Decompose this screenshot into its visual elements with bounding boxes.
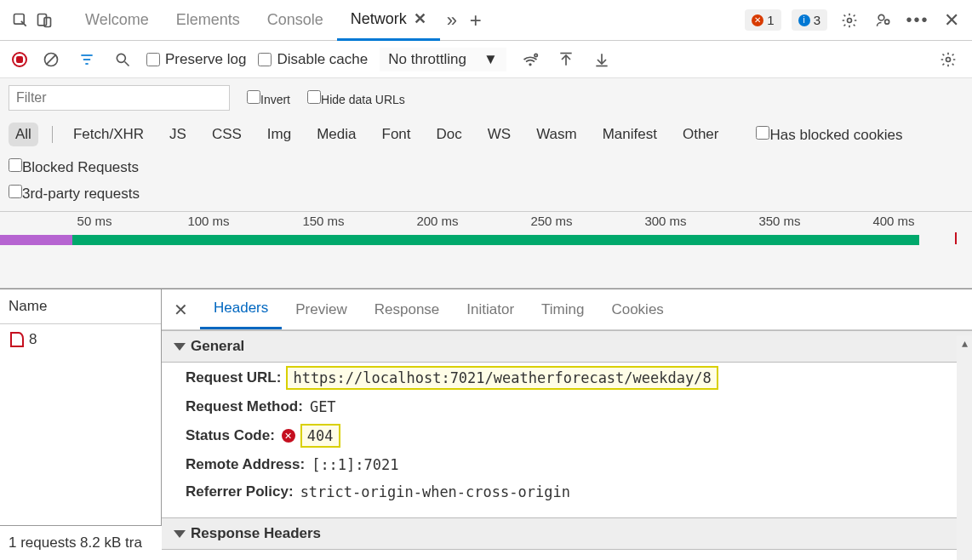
svg-point-14 xyxy=(535,54,537,56)
tab-response[interactable]: Response xyxy=(361,291,454,329)
response-headers-section[interactable]: Response Headers xyxy=(162,517,972,550)
status-code-value[interactable]: 404 xyxy=(302,426,339,446)
third-party-label: 3rd-party requests xyxy=(22,186,140,202)
tab-welcome[interactable]: Welcome xyxy=(71,1,163,39)
tab-network-label: Network xyxy=(351,10,407,27)
type-media[interactable]: Media xyxy=(310,123,363,146)
search-icon[interactable] xyxy=(111,48,134,71)
scroll-up-icon[interactable]: ▴ xyxy=(957,335,972,351)
tab-headers[interactable]: Headers xyxy=(200,289,282,329)
general-label: General xyxy=(191,338,244,355)
chevron-down-icon xyxy=(174,530,186,538)
type-ws[interactable]: WS xyxy=(481,123,517,146)
devtools-tabstrip: Welcome Elements Console Network✕ » + ✕1… xyxy=(0,0,972,41)
timeline-ticks: 50 ms 100 ms 150 ms 200 ms 250 ms 300 ms… xyxy=(0,212,972,231)
type-js[interactable]: JS xyxy=(163,123,193,146)
remote-address-value: [::1]:7021 xyxy=(312,456,398,473)
info-count: 3 xyxy=(814,13,820,27)
close-icon[interactable]: ✕ xyxy=(414,10,426,27)
type-img[interactable]: Img xyxy=(260,123,298,146)
device-toggle-icon[interactable] xyxy=(32,9,56,32)
type-doc[interactable]: Doc xyxy=(430,123,469,146)
type-all[interactable]: All xyxy=(9,123,38,146)
more-tabs-icon[interactable]: » xyxy=(440,9,464,32)
more-icon[interactable]: ••• xyxy=(906,9,929,32)
record-button[interactable] xyxy=(12,52,27,67)
feedback-icon[interactable] xyxy=(872,9,895,32)
svg-line-7 xyxy=(46,54,56,65)
filter-bar: Invert Hide data URLs xyxy=(0,78,972,117)
tab-timing[interactable]: Timing xyxy=(528,291,597,329)
hide-data-urls-checkbox[interactable]: Hide data URLs xyxy=(307,90,405,106)
tab-cookies[interactable]: Cookies xyxy=(597,291,677,329)
referrer-policy-row: Referrer Policy:strict-origin-when-cross… xyxy=(162,478,972,506)
svg-point-19 xyxy=(946,57,951,61)
chevron-down-icon: ▼ xyxy=(483,51,498,68)
type-other[interactable]: Other xyxy=(676,123,726,146)
tab-preview[interactable]: Preview xyxy=(282,291,360,329)
status-bar: 1 requests 8.2 kB tra xyxy=(0,525,162,560)
type-wasm[interactable]: Wasm xyxy=(529,123,584,146)
status-code-key: Status Code: xyxy=(186,427,275,444)
request-row[interactable]: 8 xyxy=(0,324,161,355)
response-headers-label: Response Headers xyxy=(191,525,321,542)
general-section-header[interactable]: General xyxy=(162,330,972,363)
clear-icon[interactable] xyxy=(39,48,63,71)
tab-network[interactable]: Network✕ xyxy=(337,0,440,41)
close-devtools-icon[interactable]: ✕ xyxy=(940,9,963,32)
tab-initiator[interactable]: Initiator xyxy=(453,291,528,329)
preserve-log-checkbox[interactable]: Preserve log xyxy=(146,51,246,68)
tab-console[interactable]: Console xyxy=(254,1,337,39)
chevron-down-icon xyxy=(174,343,186,351)
invert-label: Invert xyxy=(260,93,290,106)
tab-elements[interactable]: Elements xyxy=(163,1,254,39)
request-method-key: Request Method: xyxy=(186,398,303,415)
referrer-policy-value: strict-origin-when-cross-origin xyxy=(300,483,570,500)
blocked-cookies-checkbox[interactable]: Has blocked cookies xyxy=(756,126,902,144)
svg-point-5 xyxy=(885,20,889,24)
export-icon[interactable] xyxy=(590,48,614,71)
import-icon[interactable] xyxy=(554,48,578,71)
remote-address-row: Remote Address:[::1]:7021 xyxy=(162,451,972,478)
svg-point-11 xyxy=(117,54,125,62)
add-tab-icon[interactable]: + xyxy=(464,9,488,32)
disable-cache-checkbox[interactable]: Disable cache xyxy=(258,51,368,68)
network-settings-icon[interactable] xyxy=(936,48,960,71)
blocked-requests-checkbox[interactable]: Blocked Requests xyxy=(9,158,139,176)
type-manifest[interactable]: Manifest xyxy=(596,123,664,146)
invert-checkbox[interactable]: Invert xyxy=(247,90,290,106)
scrollbar[interactable]: ▴ xyxy=(957,335,972,560)
preserve-log-label: Preserve log xyxy=(165,51,246,68)
svg-point-13 xyxy=(529,64,531,66)
type-fetch-xhr[interactable]: Fetch/XHR xyxy=(66,123,151,146)
settings-icon[interactable] xyxy=(838,9,861,32)
name-column-header[interactable]: Name xyxy=(0,289,161,324)
request-url-value[interactable]: https://localhost:7021/weatherforecast/w… xyxy=(288,368,716,388)
filter-input[interactable] xyxy=(9,85,230,111)
error-badge[interactable]: ✕1 xyxy=(745,9,780,31)
type-css[interactable]: CSS xyxy=(205,123,249,146)
request-url-key: Request URL: xyxy=(186,369,281,386)
close-detail-icon[interactable]: ✕ xyxy=(162,300,200,320)
hide-data-urls-label: Hide data URLs xyxy=(321,93,405,106)
waterfall-overview[interactable]: 50 ms 100 ms 150 ms 200 ms 250 ms 300 ms… xyxy=(0,212,972,289)
request-method-row: Request Method:GET xyxy=(162,393,972,420)
request-detail: ✕ Headers Preview Response Initiator Tim… xyxy=(162,289,972,560)
svg-line-12 xyxy=(125,61,129,66)
svg-point-4 xyxy=(878,14,884,20)
divider xyxy=(52,126,53,143)
network-conditions-icon[interactable] xyxy=(518,48,542,71)
throttling-select[interactable]: No throttling▼ xyxy=(380,48,506,71)
inspect-icon[interactable] xyxy=(9,9,32,32)
request-url-row: Request URL:https://localhost:7021/weath… xyxy=(162,363,972,393)
error-dot-icon: ✕ xyxy=(282,429,295,443)
request-name: 8 xyxy=(29,331,37,348)
info-badge[interactable]: i3 xyxy=(792,9,827,31)
resource-type-filter: All Fetch/XHR JS CSS Img Media Font Doc … xyxy=(0,117,972,185)
error-count: 1 xyxy=(767,13,774,27)
third-party-checkbox[interactable]: 3rd-party requests xyxy=(9,185,140,203)
blocked-cookies-label: Has blocked cookies xyxy=(769,127,902,143)
blocked-requests-label: Blocked Requests xyxy=(22,159,139,175)
type-font[interactable]: Font xyxy=(375,123,418,146)
filter-icon[interactable] xyxy=(75,48,99,71)
